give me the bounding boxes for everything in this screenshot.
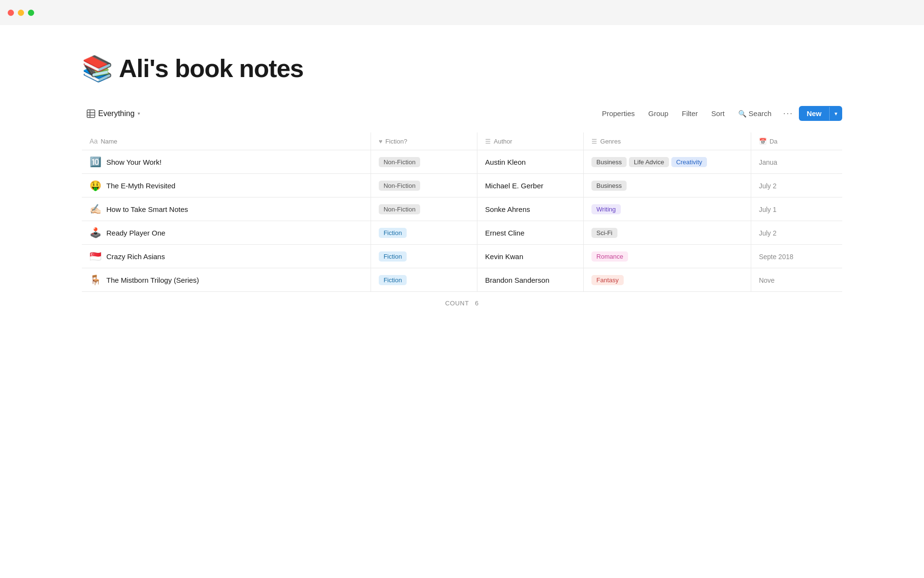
new-dropdown-arrow[interactable]: ▾: [829, 107, 842, 120]
cell-date-4: Septe 2018: [751, 245, 842, 268]
cell-fiction-1: Non-Fiction: [371, 174, 477, 197]
group-label: Group: [648, 109, 668, 118]
properties-label: Properties: [602, 109, 635, 118]
col-author-label: Author: [494, 138, 512, 145]
row-title[interactable]: Crazy Rich Asians: [106, 252, 165, 261]
more-options-button[interactable]: ···: [779, 106, 797, 121]
row-title[interactable]: Ready Player One: [106, 229, 166, 237]
database-table-wrapper: Aa Name ♥ Fiction? ☰ Author: [82, 132, 842, 292]
more-icon: ···: [783, 108, 793, 118]
fiction-badge[interactable]: Fiction: [379, 251, 407, 262]
cell-genres-2: Writing: [584, 197, 751, 221]
cell-fiction-2: Non-Fiction: [371, 197, 477, 221]
cell-name-2: ✍🏻 How to Take Smart Notes: [82, 197, 371, 221]
col-date-label: Da: [770, 138, 778, 145]
date-value: Nove: [759, 276, 775, 284]
list-icon-genres: ☰: [591, 138, 597, 145]
cell-date-1: July 2: [751, 174, 842, 197]
titlebar: [0, 0, 924, 25]
cell-date-0: Janua: [751, 150, 842, 174]
row-emoji: ✍🏻: [90, 203, 102, 215]
filter-button[interactable]: Filter: [676, 107, 704, 120]
col-genres-label: Genres: [600, 138, 621, 145]
table-row[interactable]: 🕹️ Ready Player One FictionErnest ClineS…: [82, 221, 842, 245]
date-value: July 1: [759, 206, 777, 213]
toolbar: Everything ▾ Properties Group Filter Sor…: [82, 106, 842, 121]
genre-tag[interactable]: Romance: [591, 251, 628, 262]
search-label: Search: [749, 109, 772, 118]
svg-rect-0: [87, 110, 95, 118]
row-emoji: 🇸🇬: [90, 250, 102, 262]
cell-name-1: 🤑 The E-Myth Revisited: [82, 174, 371, 197]
row-title[interactable]: How to Take Smart Notes: [106, 205, 188, 213]
genre-tag[interactable]: Life Advice: [629, 157, 669, 167]
row-title[interactable]: Show Your Work!: [106, 158, 162, 166]
view-selector[interactable]: Everything ▾: [82, 107, 145, 120]
fiction-badge[interactable]: Non-Fiction: [379, 157, 420, 167]
date-value: July 2: [759, 182, 777, 190]
table-row[interactable]: 🔟 Show Your Work! Non-FictionAustin Kleo…: [82, 150, 842, 174]
heart-icon: ♥: [379, 138, 383, 145]
view-label: Everything: [98, 109, 135, 118]
table-row[interactable]: ✍🏻 How to Take Smart Notes Non-FictionSo…: [82, 197, 842, 221]
author-name: Ernest Cline: [485, 229, 525, 237]
new-button[interactable]: New: [799, 106, 829, 121]
col-header-name[interactable]: Aa Name: [82, 132, 371, 150]
close-button[interactable]: [8, 10, 14, 16]
author-name: Kevin Kwan: [485, 252, 523, 261]
row-emoji: 🪑: [90, 274, 102, 286]
col-header-fiction[interactable]: ♥ Fiction?: [371, 132, 477, 150]
fiction-badge[interactable]: Non-Fiction: [379, 204, 420, 214]
cell-author-2: Sonke Ahrens: [477, 197, 584, 221]
dropdown-chevron-icon: ▾: [834, 110, 837, 117]
maximize-button[interactable]: [28, 10, 34, 16]
list-icon-author: ☰: [485, 138, 491, 145]
col-name-label: Name: [101, 138, 117, 145]
col-header-genres[interactable]: ☰ Genres: [584, 132, 751, 150]
search-button[interactable]: 🔍 Search: [732, 107, 778, 120]
genre-tag[interactable]: Fantasy: [591, 275, 623, 285]
row-emoji: 🕹️: [90, 227, 102, 238]
table-body: 🔟 Show Your Work! Non-FictionAustin Kleo…: [82, 150, 842, 292]
row-title[interactable]: The E-Myth Revisited: [106, 182, 175, 190]
count-bar: COUNT 6: [82, 292, 842, 315]
table-header: Aa Name ♥ Fiction? ☰ Author: [82, 132, 842, 150]
fiction-badge[interactable]: Fiction: [379, 275, 407, 285]
properties-button[interactable]: Properties: [596, 107, 641, 120]
cell-fiction-5: Fiction: [371, 268, 477, 292]
calendar-icon: 📅: [759, 138, 767, 145]
col-header-date[interactable]: 📅 Da: [751, 132, 842, 150]
cell-fiction-3: Fiction: [371, 221, 477, 245]
cell-name-0: 🔟 Show Your Work!: [82, 150, 371, 174]
cell-date-5: Nove: [751, 268, 842, 292]
fiction-badge[interactable]: Non-Fiction: [379, 181, 420, 191]
table-icon: [87, 109, 95, 118]
main-content: 📚 Ali's book notes Everything ▾ Properti…: [0, 25, 924, 334]
genre-tag[interactable]: Sci-Fi: [591, 228, 617, 238]
new-button-group: New ▾: [799, 106, 842, 121]
cell-genres-1: Business: [584, 174, 751, 197]
sort-button[interactable]: Sort: [706, 107, 731, 120]
col-header-author[interactable]: ☰ Author: [477, 132, 584, 150]
table-row[interactable]: 🇸🇬 Crazy Rich Asians FictionKevin KwanRo…: [82, 245, 842, 268]
minimize-button[interactable]: [18, 10, 24, 16]
table-row[interactable]: 🪑 The Mistborn Trilogy (Series) FictionB…: [82, 268, 842, 292]
group-button[interactable]: Group: [642, 107, 674, 120]
page-title: Ali's book notes: [119, 54, 304, 83]
genre-tag[interactable]: Creativity: [671, 157, 707, 167]
cell-author-4: Kevin Kwan: [477, 245, 584, 268]
row-title[interactable]: The Mistborn Trilogy (Series): [106, 276, 199, 284]
row-emoji: 🤑: [90, 180, 102, 191]
genre-tag[interactable]: Business: [591, 181, 627, 191]
genre-tag[interactable]: Business: [591, 157, 627, 167]
row-emoji: 🔟: [90, 156, 102, 168]
cell-name-3: 🕹️ Ready Player One: [82, 221, 371, 245]
genre-tag[interactable]: Writing: [591, 204, 620, 214]
fiction-badge[interactable]: Fiction: [379, 228, 407, 238]
cell-author-0: Austin Kleon: [477, 150, 584, 174]
date-value: July 2: [759, 229, 777, 237]
page-icon: 📚: [82, 56, 113, 81]
author-name: Austin Kleon: [485, 158, 526, 166]
cell-genres-3: Sci-Fi: [584, 221, 751, 245]
table-row[interactable]: 🤑 The E-Myth Revisited Non-FictionMichae…: [82, 174, 842, 197]
